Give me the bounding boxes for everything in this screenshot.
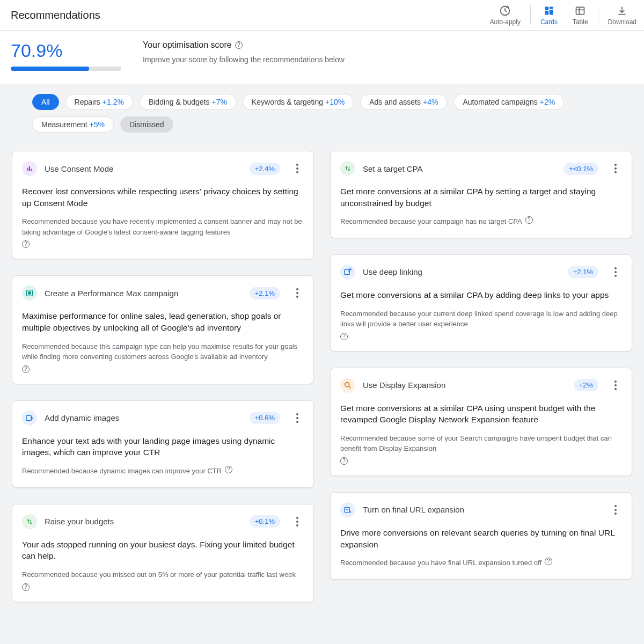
cards-column-right: Set a target CPA+<0.1%Get more conversio…: [330, 151, 632, 580]
card-head: Set a target CPA+<0.1%: [340, 161, 622, 176]
cards-icon: [543, 4, 555, 17]
more-menu-button[interactable]: [291, 412, 304, 425]
help-icon[interactable]: ?: [525, 216, 533, 224]
card-head: Add dynamic images+0.6%: [22, 411, 304, 426]
card-title: Use Consent Mode: [45, 164, 242, 173]
history-icon: [499, 4, 511, 17]
card-reason: Recommended because you have final URL e…: [340, 558, 622, 568]
header-actions: Auto-apply Cards Table Download: [482, 4, 644, 26]
card-body: Recover lost conversions while respectin…: [22, 186, 304, 209]
svg-rect-12: [26, 415, 31, 420]
image-plus-icon: [22, 411, 37, 426]
filter-chip[interactable]: Dismissed: [120, 116, 173, 133]
arrows-icon: [22, 514, 37, 529]
uplift-pill: +2%: [574, 379, 598, 391]
cards-view-label: Cards: [540, 18, 558, 26]
table-icon: [574, 4, 587, 17]
card-reason-text: Recommended because some of your Search …: [340, 433, 622, 454]
card-reason: Recommended because dynamic images can i…: [22, 466, 304, 477]
more-menu-button[interactable]: [609, 503, 622, 516]
card-title: Raise your budgets: [45, 517, 242, 526]
uplift-pill: +0.1%: [250, 515, 280, 528]
filter-chip[interactable]: Automated campaigns+2%: [453, 94, 564, 110]
help-icon[interactable]: ?: [22, 365, 30, 373]
filter-chip[interactable]: Keywords & targeting+10%: [243, 94, 354, 110]
more-menu-button[interactable]: [291, 515, 304, 528]
more-menu-button[interactable]: [609, 266, 622, 279]
chip-label: Ads and assets: [369, 98, 421, 106]
recommendation-card[interactable]: Create a Performance Max campaign+2.1%Ma…: [12, 275, 314, 384]
recommendation-card[interactable]: Raise your budgets+0.1%Your ads stopped …: [12, 504, 314, 602]
download-button[interactable]: Download: [601, 4, 644, 26]
card-head: Use Display Expansion+2%: [340, 378, 622, 393]
url-icon: [340, 502, 355, 517]
svg-rect-3: [550, 10, 553, 14]
card-reason: Recommended because you have recently im…: [22, 216, 304, 248]
score-percent: 70.9%: [11, 40, 121, 61]
page-title: Recommendations: [11, 9, 100, 21]
cards-column-left: Use Consent Mode+2.4%Recover lost conver…: [12, 151, 314, 602]
recommendation-card[interactable]: Set a target CPA+<0.1%Get more conversio…: [330, 151, 632, 238]
card-reason-text: Recommended because this campaign type c…: [22, 341, 304, 362]
svg-rect-8: [27, 168, 28, 171]
more-menu-button[interactable]: [609, 162, 622, 175]
recommendation-card[interactable]: Add dynamic images+0.6%Enhance your text…: [12, 400, 314, 488]
recommendation-card[interactable]: Use Consent Mode+2.4%Recover lost conver…: [12, 151, 314, 259]
card-head: Turn on final URL expansion: [340, 502, 622, 517]
svg-point-14: [345, 382, 349, 386]
download-icon: [616, 4, 628, 17]
filter-chip[interactable]: Measurement+5%: [32, 116, 114, 133]
chip-delta: +10%: [325, 98, 345, 106]
table-view-button[interactable]: Table: [565, 4, 596, 26]
chip-label: Bidding & budgets: [149, 98, 210, 106]
card-body: Your ads stopped running on your busiest…: [22, 539, 304, 562]
recommendation-card[interactable]: Turn on final URL expansionDrive more co…: [330, 492, 632, 580]
card-head: Use Consent Mode+2.4%: [22, 161, 304, 176]
card-body: Drive more conversions on relevant searc…: [340, 527, 622, 550]
card-reason-text: Recommended because your campaign has no…: [340, 216, 522, 227]
filter-chip[interactable]: Ads and assets+4%: [360, 94, 447, 110]
recommendation-card[interactable]: Use Display Expansion+2%Get more convers…: [330, 368, 632, 476]
card-title: Create a Performance Max campaign: [45, 289, 242, 298]
divider: [530, 5, 531, 25]
score-block: 70.9%: [11, 40, 121, 71]
chip-label: Keywords & targeting: [252, 98, 323, 106]
more-menu-button[interactable]: [291, 287, 304, 299]
chip-delta: +5%: [90, 120, 105, 129]
more-menu-button[interactable]: [291, 162, 304, 175]
chip-label: Dismissed: [129, 120, 164, 129]
uplift-pill: +<0.1%: [564, 163, 598, 175]
more-menu-button[interactable]: [609, 379, 622, 392]
svg-rect-10: [31, 169, 32, 171]
filter-chip[interactable]: All: [32, 94, 59, 110]
cards-view-button[interactable]: Cards: [533, 4, 565, 26]
help-icon[interactable]: ?: [340, 457, 348, 465]
card-reason: Recommended because your campaign has no…: [340, 216, 622, 227]
chip-delta: +7%: [212, 98, 227, 106]
card-body: Get more conversions at a similar CPA by…: [340, 186, 622, 209]
help-icon[interactable]: ?: [22, 240, 30, 248]
card-title: Use deep linking: [363, 267, 560, 276]
recommendation-card[interactable]: Use deep linking+2.1%Get more conversion…: [330, 254, 632, 352]
auto-apply-button[interactable]: Auto-apply: [482, 4, 528, 26]
card-head: Use deep linking+2.1%: [340, 265, 622, 280]
card-body: Get more conversions at a similar CPA by…: [340, 289, 622, 301]
score-progress: [11, 67, 121, 71]
filter-chip[interactable]: Repairs+1.2%: [65, 94, 133, 110]
svg-rect-2: [550, 7, 553, 9]
chip-delta: +1.2%: [103, 98, 124, 106]
auto-apply-label: Auto-apply: [490, 18, 521, 26]
chip-label: All: [41, 98, 50, 106]
search-icon: [340, 378, 355, 393]
help-icon[interactable]: ?: [225, 466, 232, 473]
card-body: Maximise performance for online sales, l…: [22, 310, 304, 333]
card-body: Get more conversions at a similar CPA us…: [340, 402, 622, 426]
card-reason: Recommended because you missed out on 5%…: [22, 569, 304, 591]
help-icon[interactable]: ?: [22, 583, 30, 591]
filter-chip[interactable]: Bidding & budgets+7%: [140, 94, 236, 110]
help-icon[interactable]: ?: [235, 41, 243, 49]
help-icon[interactable]: ?: [545, 558, 552, 565]
campaign-icon: [22, 286, 37, 301]
uplift-pill: +2.4%: [250, 163, 280, 175]
help-icon[interactable]: ?: [340, 333, 348, 340]
